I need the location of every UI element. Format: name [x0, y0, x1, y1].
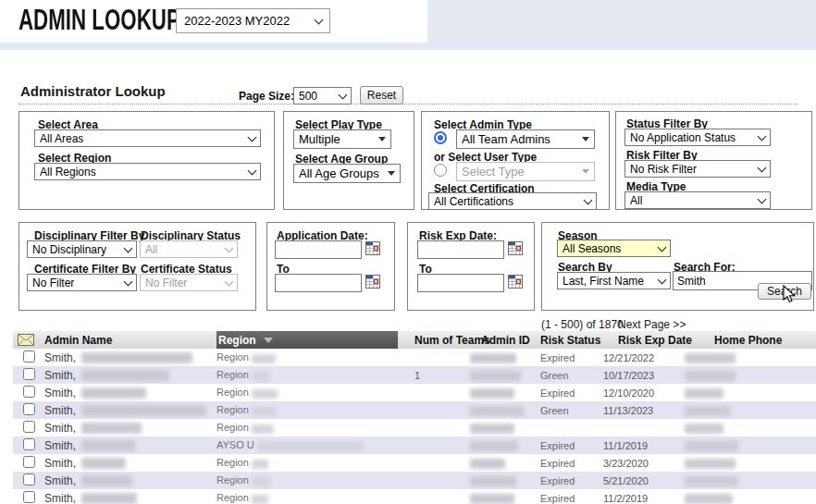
admin-name-cell[interactable]: Smith,: [44, 492, 216, 504]
page-size-select[interactable]: 500: [293, 87, 352, 104]
disciplinary-status-select[interactable]: All: [140, 240, 238, 258]
region-select[interactable]: All Regions: [34, 163, 261, 180]
table-row[interactable]: Smith, AYSO U Expired 11/1/2019: [13, 436, 816, 454]
admin-table-body: Smith, Region Expired 12/21/2022 Smith, …: [13, 349, 816, 504]
admin-name-cell[interactable]: Smith,: [44, 474, 216, 487]
risk-exp-date-cell: 12/10/2020: [603, 387, 685, 399]
risk-status-cell: Expired: [540, 440, 603, 451]
region-column-header[interactable]: Region: [216, 331, 398, 349]
row-checkbox[interactable]: [23, 403, 35, 415]
admin-name-cell[interactable]: Smith,: [44, 457, 216, 470]
search-by-select[interactable]: Last, First Name: [557, 272, 671, 289]
redacted-region: [252, 477, 270, 486]
season-select[interactable]: All Seasons: [557, 240, 671, 257]
admin-name-cell[interactable]: Smith,: [44, 351, 216, 364]
season-search-box: Season All Seasons Search By Last, First…: [541, 222, 814, 311]
region-cell: Region: [216, 492, 398, 503]
checkbox-cell: [13, 402, 44, 419]
admin-type-select[interactable]: All Team Admins: [456, 129, 595, 149]
admin-table-header: Admin Name Region Num of Teams Admin ID …: [13, 331, 816, 349]
row-checkbox[interactable]: [23, 473, 35, 486]
chevron-down-icon: [658, 242, 667, 252]
redacted-admin-id: [470, 424, 514, 434]
user-type-select[interactable]: Select Type: [456, 162, 595, 181]
risk-exp-date-to-input[interactable]: [417, 274, 504, 292]
disciplinary-filter-select[interactable]: No Disciplinary: [27, 240, 137, 258]
table-row[interactable]: Smith, Region 1 Green 10/17/2023: [13, 366, 816, 384]
row-checkbox[interactable]: [23, 421, 35, 433]
chevron-down-icon: [658, 275, 667, 284]
membership-year-select[interactable]: 2022-2023 MY2022: [176, 8, 330, 33]
next-page-link[interactable]: Next Page >>: [618, 318, 686, 331]
row-checkbox[interactable]: [23, 350, 35, 363]
row-checkbox[interactable]: [23, 386, 35, 398]
checkbox-cell: [13, 437, 44, 454]
redacted-phone: [685, 459, 736, 469]
calendar-icon[interactable]: [365, 241, 380, 255]
chevron-down-icon: [339, 90, 348, 99]
dropdown-arrow-icon: [378, 137, 386, 141]
num-teams-column-header[interactable]: Num of Teams: [398, 334, 468, 347]
chevron-down-icon: [758, 163, 767, 172]
row-checkbox[interactable]: [23, 491, 35, 503]
risk-exp-date-column-header[interactable]: Risk Exp Date: [603, 334, 685, 347]
redacted-name: [81, 405, 206, 416]
certificate-status-select[interactable]: No Filter: [140, 274, 238, 291]
risk-exp-date-from-input[interactable]: [417, 240, 504, 259]
radio-dot: [438, 135, 443, 141]
table-row[interactable]: Smith, Region Expired 11/2/2019: [13, 489, 816, 504]
admin-name-cell[interactable]: Smith,: [44, 369, 216, 382]
admin-id-cell: [468, 437, 540, 454]
email-icon[interactable]: [18, 334, 34, 346]
redacted-admin-id: [470, 459, 505, 469]
risk-exp-date-cell: 11/1/2019: [603, 440, 685, 451]
application-date-from-input[interactable]: [275, 240, 362, 259]
redacted-region: [252, 460, 268, 469]
play-type-select[interactable]: Multiple: [293, 129, 391, 149]
admin-name-cell[interactable]: Smith,: [44, 422, 216, 435]
admin-name-cell[interactable]: Smith,: [44, 387, 216, 400]
table-row[interactable]: Smith, Region: [13, 419, 816, 436]
home-phone-column-header[interactable]: Home Phone: [685, 334, 816, 347]
admin-name-cell[interactable]: Smith,: [44, 439, 216, 452]
section-title: Administrator Lookup: [20, 83, 166, 99]
home-phone-cell: [685, 490, 816, 504]
status-filter-select[interactable]: No Application Status: [624, 129, 771, 146]
reset-button[interactable]: Reset: [360, 86, 403, 104]
risk-filter-select[interactable]: No Risk Filter: [624, 160, 771, 178]
age-group-select[interactable]: All Age Groups: [293, 164, 401, 183]
home-phone-cell: [685, 437, 816, 454]
risk-status-column-header[interactable]: Risk Status: [540, 334, 603, 347]
table-row[interactable]: Smith, Region Expired 3/23/2020: [13, 454, 816, 472]
table-row[interactable]: Smith, Region Expired 12/21/2022: [13, 349, 816, 366]
media-type-select[interactable]: All: [624, 191, 771, 209]
certification-select[interactable]: All Certifications: [428, 192, 597, 210]
region-cell: AYSO U: [216, 439, 398, 450]
area-select[interactable]: All Areas: [34, 129, 261, 147]
redacted-name: [81, 387, 146, 399]
calendar-icon[interactable]: [365, 275, 380, 289]
calendar-icon[interactable]: [508, 275, 523, 289]
table-row[interactable]: Smith, Region Expired 12/10/2020: [13, 384, 816, 401]
user-type-radio[interactable]: [434, 164, 447, 177]
home-phone-cell: [685, 367, 816, 384]
admin-id-column-header[interactable]: Admin ID: [468, 334, 540, 347]
title-box: ADMIN LOOKUP 2022-2023 MY2022: [0, 0, 427, 43]
admin-type-radio[interactable]: [434, 131, 447, 144]
admin-name-cell[interactable]: Smith,: [44, 404, 216, 417]
certificate-filter-select[interactable]: No Filter: [27, 274, 137, 291]
table-row[interactable]: Smith, Region Expired 5/21/2020: [13, 472, 816, 489]
row-checkbox[interactable]: [23, 438, 35, 450]
row-checkbox[interactable]: [23, 368, 35, 380]
calendar-icon[interactable]: [508, 241, 523, 255]
redacted-phone: [685, 424, 723, 434]
application-date-to-input[interactable]: [275, 274, 362, 292]
redacted-phone: [685, 476, 738, 486]
risk-exp-date-box: Risk Exp Date: To: [407, 222, 535, 311]
row-checkbox[interactable]: [23, 456, 35, 468]
sort-desc-icon: [264, 338, 273, 343]
table-row[interactable]: Smith, Region Green 11/13/2023: [13, 401, 816, 419]
admin-name-column-header[interactable]: Admin Name: [44, 334, 216, 347]
admin-id-cell: [468, 367, 540, 384]
redacted-admin-id: [470, 388, 514, 399]
